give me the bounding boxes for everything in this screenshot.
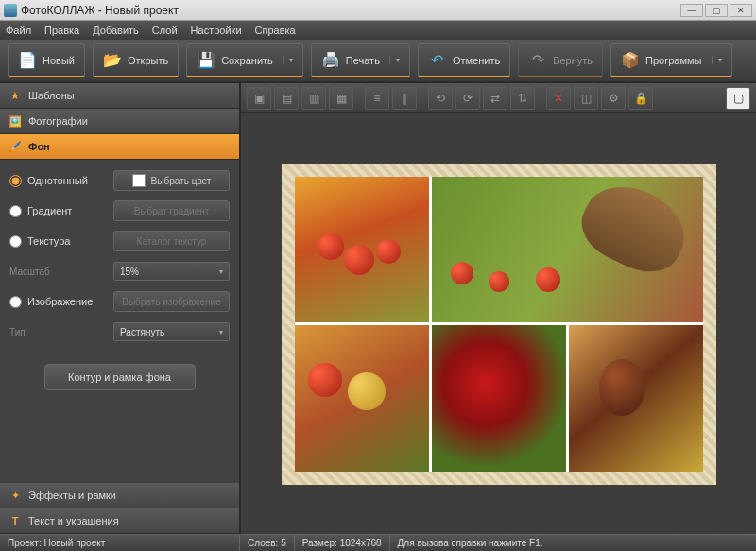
settings-tool-button[interactable]: ⚙ [601,87,626,110]
crop-button[interactable]: ◫ [574,87,598,110]
menu-file[interactable]: Файл [6,25,31,36]
texture-catalog-button[interactable]: Каталог текстур [113,231,230,251]
lock-button[interactable]: 🔒 [628,87,653,110]
menu-layer[interactable]: Слой [152,25,178,36]
programs-button[interactable]: 📦Программы [610,43,731,77]
bring-front-button[interactable]: ▣ [247,87,271,110]
menu-settings[interactable]: Настройки [191,25,242,36]
bg-texture-option[interactable]: Текстура [9,235,113,248]
print-label: Печать [346,55,380,66]
collage-cell-1[interactable] [295,177,429,323]
pick-color-button[interactable]: Выбрать цвет [113,170,230,191]
collage-cell-5[interactable] [569,325,703,472]
undo-button[interactable]: ↶Отменить [418,43,510,77]
delete-button[interactable]: ✕ [546,87,571,110]
type-select[interactable]: Растянуть [113,322,230,341]
printer-icon: 🖨️ [321,51,340,70]
minimize-button[interactable]: — [680,4,703,17]
bg-image-option[interactable]: Изображение [9,296,113,308]
app-icon [4,4,17,17]
type-label: Тип [9,327,113,337]
outline-label: Контур и рамка фона [68,371,171,383]
background-label: Фон [28,141,50,152]
sparkle-icon: ✦ [8,488,23,503]
bg-solid-radio[interactable] [9,175,22,187]
sidebar-tab-effects[interactable]: ✦Эффекты и рамки [0,483,239,508]
align-center-h-button[interactable]: ≡ [365,87,389,110]
blank-page-button[interactable]: ▢ [726,87,750,110]
star-icon: ★ [8,88,23,103]
new-button[interactable]: 📄Новый [8,43,85,77]
text-icon: T [8,513,23,528]
pick-image-button[interactable]: Выбрать изображение [113,291,230,312]
texture-catalog-label: Каталог текстур [137,236,207,247]
send-backward-button[interactable]: ▥ [301,87,326,110]
templates-label: Шаблоны [28,90,75,101]
pick-image-label: Выбрать изображение [122,297,220,307]
sidebar-tab-photos[interactable]: 🖼️Фотографии [0,109,239,134]
main-toolbar: 📄Новый 📂Открыть 💾Сохранить 🖨️Печать ↶Отм… [0,40,756,83]
bg-solid-option[interactable]: Однотонный [9,175,113,187]
close-button[interactable]: ✕ [730,4,752,17]
sidebar-tab-text[interactable]: TТекст и украшения [0,508,239,534]
menu-add[interactable]: Добавить [93,25,139,36]
bring-forward-button[interactable]: ▤ [274,87,299,110]
redo-button[interactable]: ↷Вернуть [518,43,603,77]
image-label: Изображение [27,296,93,307]
align-center-v-button[interactable]: ‖ [392,87,417,110]
photo-icon: 🖼️ [8,113,23,129]
bg-image-radio[interactable] [9,296,22,308]
maximize-button[interactable]: ▢ [705,4,728,17]
bg-gradient-radio[interactable] [9,205,22,217]
open-label: Открыть [128,55,168,66]
bg-gradient-option[interactable]: Градиент [9,205,113,217]
color-swatch [132,174,146,187]
menubar: Файл Правка Добавить Слой Настройки Спра… [0,21,756,40]
new-label: Новый [43,55,75,66]
pick-gradient-label: Выбрат градиент [134,206,210,216]
scale-value: 15% [120,267,139,277]
effects-label: Эффекты и рамки [28,490,116,501]
flip-h-button[interactable]: ⇄ [483,87,507,110]
sidebar-tab-background[interactable]: 🖌️Фон [0,134,239,160]
titlebar: ФотоКОЛЛАЖ - Новый проект — ▢ ✕ [0,0,756,21]
save-label: Сохранить [221,55,273,66]
background-panel: Однотонный Выбрать цвет Градиент Выбрат … [0,160,239,483]
sidebar: ★Шаблоны 🖼️Фотографии 🖌️Фон Однотонный В… [0,83,241,534]
menu-help[interactable]: Справка [255,25,296,36]
print-button[interactable]: 🖨️Печать [311,43,410,77]
window-title: ФотоКОЛЛАЖ - Новый проект [21,4,179,17]
programs-label: Программы [645,55,701,66]
box-icon: 📦 [621,51,640,70]
rotate-left-button[interactable]: ⟲ [428,87,453,110]
type-value: Растянуть [120,327,164,337]
send-back-button[interactable]: ▦ [329,87,353,110]
pick-color-label: Выбрать цвет [151,176,212,186]
collage-cell-3[interactable] [295,325,429,472]
collage-frame[interactable] [282,164,716,485]
redo-icon: ↷ [528,51,547,70]
scale-label: Масштаб [9,267,113,277]
outline-frame-button[interactable]: Контур и рамка фона [44,364,196,390]
save-button[interactable]: 💾Сохранить [186,43,303,77]
status-size: Размер: 1024x768 [295,535,390,551]
pick-gradient-button[interactable]: Выбрат градиент [113,200,230,221]
bg-texture-radio[interactable] [9,235,22,248]
rotate-right-button[interactable]: ⟳ [455,87,480,110]
collage-cell-2[interactable] [432,177,703,323]
flip-v-button[interactable]: ⇅ [510,87,535,110]
canvas-viewport[interactable] [241,113,756,534]
open-button[interactable]: 📂Открыть [93,43,179,77]
canvas-area: ▣ ▤ ▥ ▦ ≡ ‖ ⟲ ⟳ ⇄ ⇅ ✕ ◫ ⚙ 🔒 ▢ [241,83,756,534]
sidebar-tab-templates[interactable]: ★Шаблоны [0,83,239,109]
undo-label: Отменить [453,55,500,66]
new-file-icon: 📄 [18,51,37,70]
status-layers: Слоев: 5 [240,535,295,551]
collage-cell-4[interactable] [432,325,566,472]
canvas-toolbar: ▣ ▤ ▥ ▦ ≡ ‖ ⟲ ⟳ ⇄ ⇅ ✕ ◫ ⚙ 🔒 ▢ [241,83,756,113]
scale-select[interactable]: 15% [113,262,230,281]
brush-icon: 🖌️ [8,139,23,154]
texture-label: Текстура [27,235,70,247]
menu-edit[interactable]: Правка [44,25,79,36]
photos-label: Фотографии [28,115,88,127]
